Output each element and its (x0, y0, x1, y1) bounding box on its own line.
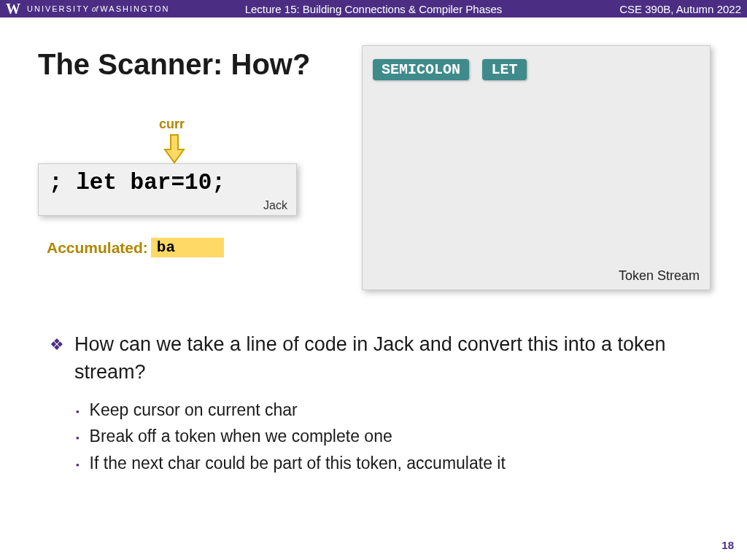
token-stream-box: SEMICOLON LET Token Stream (362, 45, 711, 290)
lecture-title: Lecture 15: Building Connections & Compi… (245, 3, 503, 15)
sub-bullet-1: ▪ Keep cursor on current char (76, 397, 692, 424)
uw-washington-text: WASHINGTON (100, 4, 169, 13)
uw-logo: W UNIVERSITY of WASHINGTON (6, 1, 170, 18)
accumulated-label: Accumulated: (47, 239, 148, 257)
uw-w-icon: W (6, 1, 21, 18)
sub-bullet-text: Break off a token when we complete one (90, 423, 392, 450)
sub-bullet-2: ▪ Break off a token when we complete one (76, 423, 692, 450)
square-bullet-icon: ▪ (76, 431, 80, 446)
sub-bullet-text: If the next char could be part of this t… (90, 450, 506, 477)
course-label: CSE 390B, Autumn 2022 (619, 3, 741, 15)
code-language-label: Jack (263, 199, 287, 212)
bullet-content: ❖ How can we take a line of code in Jack… (50, 331, 692, 477)
sub-bullet-3: ▪ If the next char could be part of this… (76, 450, 692, 477)
sub-bullet-text: Keep cursor on current char (90, 397, 298, 424)
arrow-down-icon (163, 133, 185, 164)
code-box: ; let bar=10; Jack (38, 163, 297, 216)
square-bullet-icon: ▪ (76, 405, 80, 420)
diamond-bullet-icon: ❖ (50, 334, 64, 357)
token-stream-label: Token Stream (619, 268, 700, 284)
main-bullet: ❖ How can we take a line of code in Jack… (50, 331, 692, 386)
uw-of-text: of (92, 5, 98, 13)
token-semicolon: SEMICOLON (373, 59, 469, 80)
code-text: ; let bar=10; (49, 170, 286, 195)
curr-label: curr (159, 117, 185, 132)
token-let: LET (482, 59, 526, 80)
header-bar: W UNIVERSITY of WASHINGTON Lecture 15: B… (0, 0, 747, 18)
accumulated-row: Accumulated: ba (47, 238, 224, 257)
page-number: 18 (721, 539, 734, 551)
square-bullet-icon: ▪ (76, 458, 80, 473)
uw-university-text: UNIVERSITY (27, 4, 90, 13)
main-bullet-text: How can we take a line of code in Jack a… (74, 331, 692, 386)
slide-title: The Scanner: How? (38, 48, 310, 81)
accumulated-value: ba (151, 238, 224, 257)
